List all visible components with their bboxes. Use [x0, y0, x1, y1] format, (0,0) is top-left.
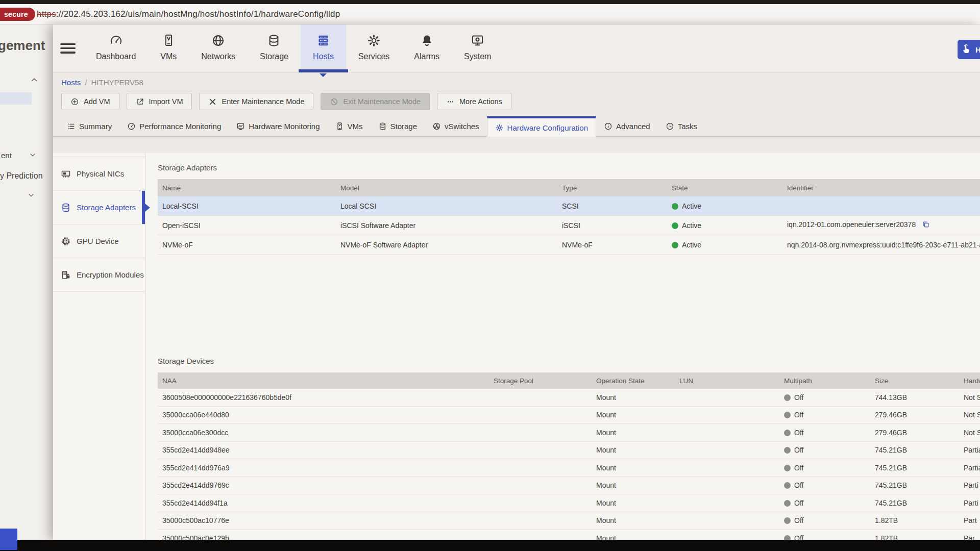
tab-bar: SummaryPerformance MonitoringHardware Mo…: [53, 116, 980, 137]
chevron-down-icon[interactable]: [29, 151, 37, 161]
tab-summary[interactable]: Summary: [59, 116, 119, 136]
tab-vms[interactable]: VMs: [328, 116, 371, 136]
hand-tap-icon: [961, 43, 972, 56]
tab-hardware-configuration[interactable]: Hardware Configuration: [487, 116, 596, 137]
tab-label: VMs: [348, 122, 363, 131]
background-window-item[interactable]: y Prediction: [0, 171, 43, 181]
tab-label: Hardware Monitoring: [249, 122, 320, 131]
adapter-name-cell: Local-SCSI: [158, 202, 336, 210]
assist-button[interactable]: H: [958, 40, 980, 59]
device-op-state-cell: Mount: [592, 534, 675, 540]
device-row[interactable]: 355cd2e414dd976a9MountOff745.21GBPartia: [158, 459, 980, 477]
add-vm-button[interactable]: Add VM: [61, 93, 119, 110]
storage-adapters-title: Storage Adapters: [158, 163, 980, 172]
device-hardware-cell: Partia: [959, 446, 980, 454]
hosts-icon: [316, 34, 330, 49]
nav-item-label: Alarms: [414, 52, 439, 61]
storage-icon: [61, 203, 71, 213]
state-active-dot: [672, 203, 678, 210]
adapter-row[interactable]: Local-SCSILocal SCSISCSIActive: [158, 196, 980, 216]
device-row[interactable]: 3600508e000000000e221636760b5de0fMountOf…: [158, 389, 980, 407]
nav-item-system[interactable]: System: [452, 24, 503, 72]
tab-label: Storage: [390, 122, 418, 131]
dots-icon: [446, 97, 455, 106]
multipath-off-dot: [784, 430, 791, 436]
device-multipath-cell: Off: [779, 411, 870, 419]
tab-hardware-monitoring[interactable]: Hardware Monitoring: [229, 116, 327, 136]
enter-maintenance-mode-button[interactable]: Enter Maintenance Mode: [199, 93, 313, 110]
breadcrumb-hosts-link[interactable]: Hosts: [61, 78, 81, 87]
device-row[interactable]: 355cd2e414dd948eeMountOff745.21GBPartia: [158, 442, 980, 460]
summary-icon: [67, 122, 76, 131]
multipath-off-dot: [784, 465, 791, 471]
import-icon: [136, 97, 144, 106]
tab-label: vSwitches: [445, 122, 479, 131]
device-row[interactable]: 35000c500ac0e129bMountOff1.82TBPar: [158, 530, 980, 540]
adapter-type-cell: SCSI: [557, 202, 667, 210]
url-https: https: [37, 9, 56, 19]
content-panel: Physical NICsStorage AdaptersGPU DeviceE…: [53, 153, 980, 540]
assist-button-label: H: [975, 45, 980, 54]
active-indicator-arrow: [145, 204, 150, 212]
browser-url-bar[interactable]: secure https://202.45.203.162/uis/main/h…: [0, 4, 980, 24]
device-row[interactable]: 355cd2e414dd94f1aMountOff745.21GBParti: [158, 494, 980, 512]
tab-storage[interactable]: Storage: [371, 116, 425, 136]
multipath-label: Off: [794, 534, 803, 540]
url-text[interactable]: https://202.45.203.162/uis/main/hostMng/…: [37, 9, 340, 19]
sidebar-item-encryption-modules[interactable]: Encryption Modules: [53, 258, 145, 292]
more-actions-button[interactable]: More Actions: [437, 93, 511, 110]
device-row[interactable]: 35000cca06e300dccMountOff279.46GBNot S: [158, 424, 980, 442]
identifier-text: iqn.2012-01.com.openeuler:server20378: [787, 220, 916, 229]
multipath-label: Off: [794, 499, 803, 507]
storage-adapters-table: NameModelTypeStateIdentifierLocal-SCSILo…: [158, 179, 980, 255]
tab-advanced[interactable]: Advanced: [596, 116, 658, 136]
multipath-label: Off: [794, 411, 803, 419]
background-window-item[interactable]: ent: [1, 151, 12, 160]
device-row[interactable]: 35000cca06e440d80MountOff279.46GBNot S: [158, 407, 980, 424]
adapter-row[interactable]: Open-iSCSIiSCSI Software AdapteriSCSIAct…: [158, 216, 980, 235]
chevron-down-icon[interactable]: [27, 191, 35, 201]
storage-devices-table: NAAStorage PoolOperation StateLUNMultipa…: [158, 372, 980, 540]
breadcrumb-current: HITHYPERV58: [91, 78, 143, 87]
nav-item-services[interactable]: Services: [346, 24, 402, 72]
device-multipath-cell: Off: [779, 534, 870, 540]
chevron-up-icon[interactable]: [30, 76, 39, 87]
nav-item-vms[interactable]: VMs: [148, 24, 189, 72]
tab-performance-monitoring[interactable]: Performance Monitoring: [119, 116, 229, 136]
nav-item-hosts[interactable]: Hosts: [301, 24, 346, 72]
device-hardware-cell: Par: [959, 534, 980, 540]
tab-vswitches[interactable]: vSwitches: [425, 116, 487, 136]
tab-tasks[interactable]: Tasks: [658, 116, 705, 136]
device-row[interactable]: 35000c500ac10776eMountOff1.82TBPart: [158, 512, 980, 530]
device-naa-cell: 35000c500ac10776e: [158, 516, 489, 524]
import-vm-button[interactable]: Import VM: [127, 93, 192, 110]
sidebar-item-gpu-device[interactable]: GPU Device: [53, 224, 145, 258]
column-header-multipath: Multipath: [779, 377, 870, 385]
nav-item-networks[interactable]: Networks: [189, 24, 248, 72]
url-rest: ://202.45.203.162/uis/main/hostMng/host/…: [56, 9, 340, 19]
adapter-type-cell: iSCSI: [557, 221, 667, 230]
multipath-label: Off: [794, 446, 803, 454]
adapter-state-cell: Active: [667, 241, 782, 249]
sidebar-item-storage-adapters[interactable]: Storage Adapters: [53, 190, 145, 224]
adapter-row[interactable]: NVMe-oFNVMe-oF Software AdapterNVMe-oFAc…: [158, 235, 980, 255]
action-button-row: Add VMImport VMEnter Maintenance ModeExi…: [53, 93, 980, 110]
hardware-config-sidebar: Physical NICsStorage AdaptersGPU DeviceE…: [53, 153, 145, 540]
state-label: Active: [682, 241, 701, 249]
menu-icon[interactable]: [60, 43, 76, 54]
nav-item-dashboard[interactable]: Dashboard: [84, 24, 148, 72]
device-row[interactable]: 355cd2e414dd9769cMountOff745.21GBParti: [158, 477, 980, 495]
nav-item-storage[interactable]: Storage: [248, 24, 301, 72]
storage-devices-title: Storage Devices: [158, 357, 980, 365]
storage-icon: [378, 122, 387, 131]
device-size-cell: 745.21GB: [870, 464, 959, 472]
sidebar-item-physical-nics[interactable]: Physical NICs: [53, 157, 145, 191]
device-multipath-cell: Off: [779, 499, 870, 507]
encryption-icon: [61, 270, 71, 280]
sidebar-item-label: GPU Device: [77, 237, 119, 245]
action-button-label: More Actions: [459, 97, 502, 106]
adapter-name-cell: Open-iSCSI: [158, 221, 336, 230]
multipath-label: Off: [794, 429, 803, 437]
copy-icon[interactable]: [922, 222, 930, 230]
nav-item-alarms[interactable]: Alarms: [402, 24, 452, 72]
